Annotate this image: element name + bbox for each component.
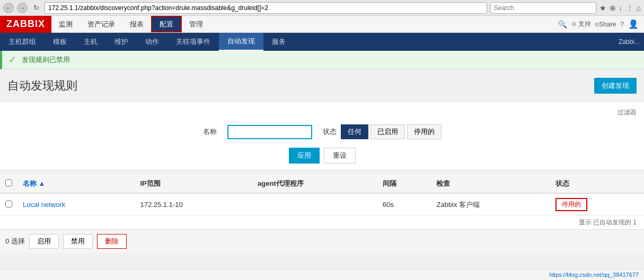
header-interval: 间隔 [377, 175, 431, 193]
reset-filter-button[interactable]: 重设 [324, 148, 356, 164]
sub-nav-user-info: Zabbi... [619, 38, 644, 46]
sub-nav-services[interactable]: 服务 [263, 33, 294, 51]
discovery-rule-link[interactable]: Local network [23, 201, 65, 209]
filter-toggle[interactable]: 过滤器 [0, 108, 644, 117]
page-title: 自动发现规则 [7, 78, 77, 94]
header-status: 状态 [550, 175, 644, 193]
status-badge[interactable]: 停用的 [555, 198, 587, 211]
apply-filter-button[interactable]: 应用 [289, 148, 320, 164]
sort-by-name-link[interactable]: 名称 ▲ [23, 179, 45, 187]
row-name-cell: Local network [17, 193, 135, 216]
row-status-cell: 停用的 [550, 193, 644, 216]
row-checkbox-cell [0, 193, 17, 216]
sub-nav: 主机群组 模板 主机 维护 动作 关联项事件 自动发现 服务 Zabbi... [0, 33, 644, 51]
enable-button[interactable]: 启用 [29, 234, 59, 249]
delete-button[interactable]: 删除 [97, 234, 127, 249]
status-any-button[interactable]: 任何 [341, 124, 368, 139]
row-interval: 60s [383, 201, 394, 209]
top-menu: ZABBIX 监测 资产记录 报表 配置 管理 🔍 ⊙ 支持 ⎋Share ? … [0, 16, 644, 33]
url-bar[interactable] [45, 2, 487, 14]
filter-row: 名称 状态 任何 已启用 停用的 [0, 121, 644, 142]
top-menu-assets[interactable]: 资产记录 [80, 16, 122, 32]
filter-section: 过滤器 名称 状态 任何 已启用 停用的 应用 重设 [0, 101, 644, 170]
discovery-rules-table: 名称 ▲ IP范围 agent代理程序 间隔 检查 状态 [0, 175, 644, 229]
sub-nav-actions[interactable]: 动作 [137, 33, 167, 51]
top-menu-items: 监测 资产记录 报表 配置 管理 [51, 16, 210, 32]
top-menu-right: 🔍 ⊙ 支持 ⎋Share ? 👤 [558, 19, 644, 29]
filter-name-label: 名称 [203, 127, 217, 137]
sub-nav-hosts[interactable]: 主机 [75, 33, 106, 51]
disable-button[interactable]: 禁用 [63, 234, 93, 249]
status-enabled-button[interactable]: 已启用 [370, 124, 405, 139]
top-menu-monitor[interactable]: 监测 [51, 16, 80, 32]
reload-button[interactable]: ↻ [31, 3, 41, 13]
user-icon[interactable]: 👤 [628, 19, 639, 29]
sub-nav-hostgroup[interactable]: 主机群组 [0, 33, 45, 51]
sub-nav-autodiscovery[interactable]: 自动发现 [219, 33, 263, 51]
top-menu-config[interactable]: 配置 [151, 16, 182, 32]
download-icon[interactable]: ↓ [619, 4, 623, 12]
browser-toolbar: ★ ⊕ ↓ ⋮ ⌂ [599, 4, 641, 12]
sync-icon[interactable]: ⊕ [610, 4, 616, 12]
select-all-checkbox[interactable] [5, 179, 12, 186]
header-name: 名称 ▲ [17, 175, 135, 193]
status-disabled-button[interactable]: 停用的 [407, 124, 442, 139]
sub-nav-maintenance[interactable]: 维护 [106, 33, 137, 51]
row-checks-cell: Zabbix 客户端 [431, 193, 550, 216]
table-header-row: 名称 ▲ IP范围 agent代理程序 间隔 检查 状态 [0, 175, 644, 193]
menu-icon[interactable]: ⋮ [626, 4, 633, 12]
row-ip-range: 172.25.1.1-10 [140, 201, 183, 209]
top-menu-reports[interactable]: 报表 [122, 16, 151, 32]
notification-bar: ✓ 发现规则已禁用 [0, 51, 644, 69]
home-icon[interactable]: ⌂ [637, 4, 641, 12]
row-interval-cell: 60s [377, 193, 431, 216]
footer-actions: 0 选择 启用 禁用 删除 [0, 229, 644, 253]
browser-bar: ← → ↻ ★ ⊕ ↓ ⋮ ⌂ [0, 0, 644, 16]
row-checkbox[interactable] [5, 201, 12, 207]
row-checks: Zabbix 客户端 [436, 201, 480, 209]
sub-nav-correlations[interactable]: 关联项事件 [167, 33, 219, 51]
search-icon[interactable]: 🔍 [558, 20, 567, 29]
success-icon: ✓ [8, 54, 16, 66]
page-content: 自动发现规则 创建发现 过滤器 名称 状态 任何 已启用 停用的 应用 重设 [0, 69, 644, 253]
top-menu-admin[interactable]: 管理 [182, 16, 210, 32]
row-ip-range-cell: 172.25.1.1-10 [135, 193, 253, 216]
header-ip-range: IP范围 [135, 175, 253, 193]
selected-count-label: 0 选择 [5, 237, 25, 246]
table-row: Local network 172.25.1.1-10 60s Zabbix 客… [0, 193, 644, 216]
sub-nav-templates[interactable]: 模板 [45, 33, 75, 51]
create-discovery-button[interactable]: 创建发现 [594, 78, 637, 94]
zabbix-logo: ZABBIX [0, 16, 51, 33]
share-link[interactable]: ⎋Share [595, 21, 616, 28]
bookmark-icon[interactable]: ★ [599, 4, 606, 12]
notification-text: 发现规则已禁用 [22, 55, 70, 65]
row-agent-cell [252, 193, 377, 216]
back-button[interactable]: ← [3, 3, 14, 13]
forward-button[interactable]: → [17, 3, 28, 13]
header-agent: agent代理程序 [252, 175, 377, 193]
page-header: 自动发现规则 创建发现 [0, 75, 644, 97]
help-icon[interactable]: ? [620, 21, 624, 28]
filter-actions: 应用 重设 [0, 148, 644, 164]
browser-search-input[interactable] [490, 2, 596, 14]
header-checks: 检查 [431, 175, 550, 193]
filter-status-group: 状态 任何 已启用 停用的 [323, 124, 442, 139]
support-link[interactable]: ⊙ 支持 [571, 20, 591, 29]
filter-name-input[interactable] [227, 125, 312, 139]
header-checkbox-col [0, 175, 17, 193]
filter-status-label: 状态 [323, 127, 337, 137]
count-info: 显示 已自动发现的 1 [0, 216, 644, 229]
